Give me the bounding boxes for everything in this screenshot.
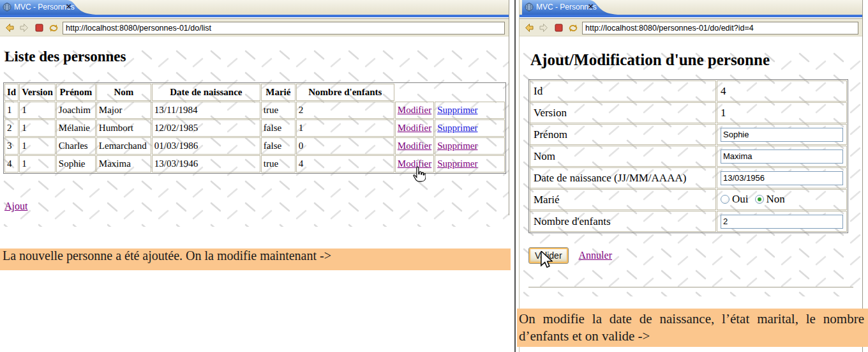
form-row: Nombre d'enfants — [530, 211, 847, 232]
cell-id: 4 — [4, 155, 19, 172]
refresh-button[interactable] — [48, 22, 59, 33]
cell-enfants: 1 — [296, 119, 394, 137]
supprimer-link[interactable]: Supprimer — [437, 158, 477, 169]
version-label: Version — [530, 102, 716, 123]
annuler-link[interactable]: Annuler — [579, 250, 612, 261]
tab-close-icon[interactable]: ✕ — [588, 3, 594, 11]
table-row: 11JoachimMajor13/11/1984true2ModifierSup… — [4, 102, 505, 119]
column-header: Marié — [261, 84, 296, 101]
column-header: Nombre d'enfants — [296, 84, 394, 101]
browser-window-list: MVC - Personnes ✕ — [0, 0, 509, 215]
url-input[interactable] — [582, 22, 858, 34]
enfants-value-cell — [717, 211, 847, 232]
hand-cursor — [412, 167, 426, 182]
cell-version: 1 — [19, 137, 56, 155]
cell-prenom: Charles — [56, 137, 96, 155]
person-form-table: Id4Version1PrénomNomDate de naissance (J… — [528, 79, 848, 233]
tab-bar: MVC - Personnes ✕ — [520, 0, 862, 15]
form-row: Nom — [530, 146, 847, 167]
tab-close-icon[interactable]: ✕ — [66, 3, 71, 11]
horizontal-rule — [528, 287, 853, 288]
table-row: 31CharlesLemarchand01/03/1986false0Modif… — [4, 137, 505, 155]
cell-nom: Humbort — [96, 119, 151, 137]
persons-table: IdVersionPrénomNomDate de naissanceMarié… — [3, 82, 506, 174]
modifier-cell: Modifier — [395, 137, 434, 155]
browser-toolbar — [0, 20, 509, 36]
stop-button[interactable] — [553, 22, 564, 33]
column-header: Id — [4, 84, 19, 101]
nom-input[interactable] — [721, 149, 843, 164]
page-title: Liste des personnes — [4, 48, 509, 66]
modifier-link[interactable]: Modifier — [398, 105, 431, 115]
browser-toolbar — [520, 20, 862, 36]
form-actions: Valider Annuler — [528, 247, 862, 264]
cell-id: 1 — [4, 102, 19, 119]
page-title: Ajout/Modification d'une personne — [530, 50, 862, 69]
modifier-cell: Modifier — [395, 102, 434, 119]
annotation-right: On modifie la date de naissance, l’état … — [517, 309, 868, 347]
cell-id: 2 — [4, 119, 19, 137]
cell-date: 13/03/1946 — [152, 155, 260, 172]
modifier-link[interactable]: Modifier — [398, 141, 431, 151]
prenom-value-cell — [717, 124, 847, 145]
tab-bar: MVC - Personnes ✕ — [0, 0, 509, 15]
radio-option-non[interactable]: Non — [755, 193, 785, 206]
table-row: 21MélanieHumbort12/02/1985false1Modifier… — [4, 119, 505, 137]
supprimer-cell: Supprimer — [435, 119, 505, 137]
marie-value-cell: OuiNon — [717, 189, 847, 210]
radio-icon-oui[interactable] — [721, 195, 730, 204]
date-input[interactable] — [721, 171, 843, 185]
prenom-label: Prénom — [530, 124, 716, 145]
column-header: Prénom — [56, 84, 96, 101]
back-button[interactable] — [4, 22, 15, 33]
blank-header-cell — [395, 84, 434, 101]
page-content-edit: Ajout/Modification d'une personne Id4Ver… — [520, 50, 862, 352]
form-row: Version1 — [530, 102, 847, 123]
radio-option-oui[interactable]: Oui — [721, 193, 749, 206]
tab-mvc-personnes[interactable]: MVC - Personnes ✕ — [522, 0, 618, 15]
cell-id: 3 — [4, 137, 19, 155]
cell-enfants: 4 — [296, 155, 394, 172]
cell-date: 01/03/1986 — [152, 137, 260, 155]
cell-prenom: Sophie — [56, 155, 96, 172]
form-row: Prénom — [530, 124, 847, 145]
cell-prenom: Mélanie — [56, 119, 96, 137]
supprimer-cell: Supprimer — [435, 102, 505, 119]
date-value-cell — [717, 167, 847, 188]
form-row: Date de naissance (JJ/MM/AAAA) — [530, 167, 847, 188]
column-header: Nom — [96, 84, 151, 101]
column-header: Version — [19, 84, 56, 101]
form-row: Id4 — [530, 80, 847, 102]
forward-button[interactable] — [19, 22, 30, 33]
url-input[interactable] — [63, 22, 505, 34]
supprimer-link[interactable]: Supprimer — [437, 105, 477, 115]
cell-nom: Major — [96, 102, 151, 119]
page-content-list: Liste des personnes IdVersionPrénomNomDa… — [0, 48, 509, 227]
prenom-input[interactable] — [721, 128, 843, 142]
tab-mvc-personnes[interactable]: MVC - Personnes ✕ — [0, 0, 96, 15]
supprimer-link[interactable]: Supprimer — [437, 141, 477, 151]
supprimer-link[interactable]: Supprimer — [437, 123, 477, 133]
enfants-input[interactable] — [721, 215, 843, 229]
ajout-link[interactable]: Ajout — [4, 201, 27, 212]
date-label: Date de naissance (JJ/MM/AAAA) — [530, 167, 716, 188]
arrow-cursor — [540, 251, 553, 268]
enfants-label: Nombre d'enfants — [530, 211, 716, 232]
id-value-cell: 4 — [717, 80, 847, 102]
table-row: 41SophieMaxima13/03/1946true4ModifierSup… — [4, 155, 505, 172]
stop-button[interactable] — [33, 22, 45, 33]
modifier-link[interactable]: Modifier — [398, 123, 431, 133]
cell-nom: Lemarchand — [96, 137, 151, 155]
cell-marie: false — [261, 119, 296, 137]
radio-icon-non[interactable] — [755, 195, 764, 204]
cell-enfants: 0 — [296, 137, 394, 155]
cell-enfants: 2 — [296, 102, 394, 119]
blank-header-cell — [435, 84, 505, 101]
cell-marie: true — [261, 155, 296, 172]
forward-button[interactable] — [538, 22, 550, 33]
cell-marie: false — [261, 137, 296, 155]
radio-label: Oui — [732, 193, 749, 206]
refresh-button[interactable] — [567, 22, 579, 33]
id-label: Id — [530, 80, 716, 102]
back-button[interactable] — [523, 22, 535, 33]
